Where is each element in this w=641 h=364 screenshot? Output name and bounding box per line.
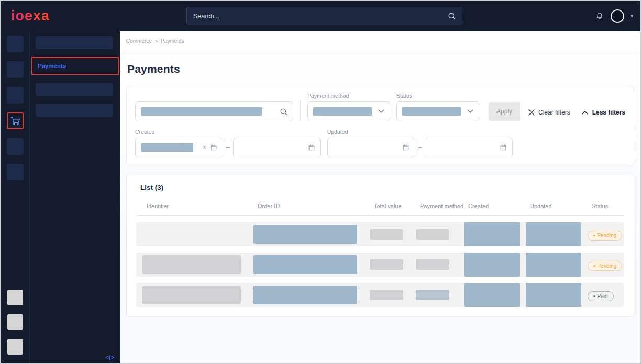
- created-label: Created: [135, 129, 321, 135]
- table-row[interactable]: Pending: [136, 253, 624, 277]
- main-content: Commerce > Payments Payments: [120, 31, 640, 363]
- apply-button[interactable]: Apply: [489, 102, 520, 121]
- breadcrumb-bar: Commerce > Payments: [120, 31, 640, 51]
- breadcrumb-payments: Payments: [161, 38, 184, 44]
- sidebar-item-payments[interactable]: Payments: [37, 61, 118, 71]
- search-input[interactable]: [193, 13, 448, 20]
- cart-icon: [9, 115, 21, 127]
- sidebar-item-3[interactable]: [36, 83, 113, 96]
- status-select[interactable]: [396, 101, 479, 121]
- order-id-placeholder: [253, 225, 357, 244]
- payment-method-select[interactable]: [307, 101, 390, 121]
- sidebar-item-1[interactable]: [36, 36, 113, 49]
- filter-search-input[interactable]: [135, 101, 293, 121]
- date-value-placeholder: [141, 143, 193, 152]
- payment-method-placeholder: [416, 290, 449, 300]
- updated-to-date-input[interactable]: [425, 138, 513, 157]
- clear-filters-button[interactable]: Clear filters: [528, 109, 570, 121]
- updated-placeholder: [526, 222, 581, 246]
- column-header-created: Created: [468, 203, 530, 209]
- sidebar-panel: Payments <|>: [29, 31, 120, 363]
- created-to-date-input[interactable]: [233, 138, 321, 157]
- payment-method-filter-group: Payment method: [307, 93, 390, 121]
- rail-bottom-item-2[interactable]: [7, 314, 23, 330]
- column-header-total-value: Total value: [374, 203, 420, 209]
- clear-filters-label: Clear filters: [538, 109, 570, 116]
- created-filter-group: Created × –: [135, 129, 321, 157]
- rail-item-1[interactable]: [7, 36, 24, 52]
- column-header-payment-method: Payment method: [420, 203, 468, 209]
- calendar-icon[interactable]: [402, 144, 410, 151]
- table-header: Identifier Order ID Total value Payment …: [136, 199, 624, 216]
- search-icon: [448, 12, 456, 20]
- identifier-placeholder: [142, 255, 241, 274]
- date-range-dash: –: [226, 144, 230, 151]
- calendar-icon[interactable]: [500, 144, 507, 151]
- order-id-placeholder: [253, 286, 357, 304]
- updated-placeholder: [526, 253, 581, 277]
- page-title: Payments: [127, 63, 634, 75]
- table-row[interactable]: Pending: [136, 222, 624, 246]
- avatar[interactable]: [611, 9, 624, 23]
- total-value-placeholder: [370, 290, 403, 300]
- created-placeholder: [464, 253, 520, 277]
- sidebar-item-payments-highlight: Payments: [31, 57, 119, 75]
- notifications-bell-icon[interactable]: [595, 12, 604, 21]
- logo: ioexa: [11, 8, 50, 24]
- breadcrumb: Commerce > Payments: [126, 38, 184, 44]
- chevron-up-icon: [582, 110, 588, 115]
- payment-method-label: Payment method: [307, 93, 390, 99]
- created-from-date-input[interactable]: ×: [135, 138, 223, 157]
- rail-bottom-item-3[interactable]: [7, 339, 23, 355]
- table-row[interactable]: Paid: [136, 283, 624, 307]
- rail-item-3[interactable]: [7, 87, 24, 104]
- updated-label: Updated: [327, 129, 513, 135]
- less-filters-button[interactable]: Less filters: [582, 109, 625, 121]
- calendar-icon[interactable]: [210, 144, 217, 151]
- column-header-order-id: Order ID: [258, 203, 374, 209]
- icon-rail: [1, 31, 29, 363]
- payment-method-value-placeholder: [313, 107, 372, 116]
- updated-placeholder: [526, 283, 581, 307]
- date-range-dash: –: [418, 144, 422, 151]
- chevron-down-icon: [467, 109, 473, 113]
- column-header-identifier: Identifier: [147, 203, 258, 209]
- app-window: ioexa ▾: [0, 0, 641, 364]
- list-card: List (3) Identifier Order ID Total value…: [126, 173, 634, 317]
- created-placeholder: [464, 222, 520, 246]
- breadcrumb-separator: >: [155, 39, 158, 44]
- status-badge: Paid: [588, 291, 614, 301]
- column-header-updated: Updated: [530, 203, 592, 209]
- updated-from-date-input[interactable]: [327, 138, 415, 157]
- filters-card: Payment method Status: [126, 86, 634, 166]
- total-value-placeholder: [370, 229, 403, 240]
- divider: [300, 99, 301, 121]
- column-header-status: Status: [592, 203, 624, 209]
- rail-item-5[interactable]: [7, 138, 24, 155]
- breadcrumb-commerce[interactable]: Commerce: [126, 38, 152, 44]
- topbar-actions: ▾: [595, 9, 633, 23]
- payment-method-placeholder: [416, 259, 449, 270]
- calendar-icon[interactable]: [308, 144, 315, 151]
- global-search[interactable]: [186, 7, 462, 25]
- list-title: List (3): [140, 184, 624, 191]
- rail-bottom-group: [7, 290, 23, 363]
- created-placeholder: [464, 283, 520, 307]
- chevron-down-icon[interactable]: ▾: [631, 13, 633, 19]
- clear-date-icon[interactable]: ×: [197, 144, 206, 151]
- updated-filter-group: Updated –: [327, 129, 513, 157]
- rail-item-commerce[interactable]: [7, 112, 24, 129]
- chevron-down-icon: [378, 109, 384, 113]
- rail-item-2[interactable]: [7, 61, 24, 78]
- sidebar-item-4[interactable]: [36, 104, 113, 117]
- status-value-placeholder: [402, 107, 461, 116]
- rail-item-6[interactable]: [7, 164, 24, 180]
- total-value-placeholder: [370, 259, 403, 270]
- close-icon: [528, 109, 535, 116]
- status-filter-group: Status: [396, 93, 479, 121]
- status-badge: Pending: [588, 261, 622, 271]
- status-label: Status: [396, 93, 479, 99]
- rail-bottom-item-1[interactable]: [7, 290, 23, 305]
- sidebar-collapse-icon[interactable]: <|>: [106, 355, 115, 360]
- search-icon: [280, 108, 288, 116]
